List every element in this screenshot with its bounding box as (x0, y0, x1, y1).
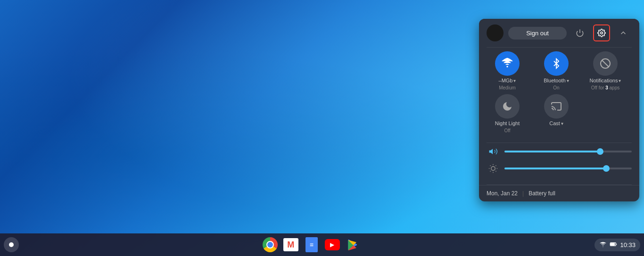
brightness-icon (487, 162, 500, 175)
sliders-area (479, 143, 639, 184)
docs-icon (305, 237, 318, 252)
wifi-chevron-icon: ▾ (513, 78, 516, 83)
svg-point-2 (506, 66, 508, 67)
taskbar-app-youtube[interactable] (323, 235, 342, 254)
tray-time: 10:33 (620, 241, 636, 248)
svg-line-11 (495, 171, 496, 171)
svg-line-14 (490, 171, 491, 171)
bluetooth-label-row: Bluetooth ▾ (544, 78, 569, 83)
taskbar-app-playstore[interactable] (344, 235, 363, 254)
svg-point-1 (601, 32, 603, 34)
night-light-sublabel: Off (504, 128, 510, 133)
avatar (487, 24, 504, 41)
notifications-tile[interactable]: Notifications ▾ Off for 3 apps (585, 51, 626, 90)
brightness-slider-row (487, 162, 632, 175)
wifi-tile[interactable]: –MGb ▾ Medium (487, 51, 528, 90)
brightness-fill (504, 168, 606, 169)
notifications-sublabel: Off for 3 apps (591, 85, 619, 90)
tiles-row-1: –MGb ▾ Medium Bluetooth ▾ (487, 51, 632, 90)
svg-line-10 (490, 166, 491, 166)
taskbar-left (0, 237, 28, 252)
panel-footer: Mon, Jan 22 | Battery full (479, 185, 639, 201)
svg-marker-6 (489, 149, 493, 154)
wifi-icon-wrap (495, 51, 520, 76)
taskbar-app-chrome[interactable] (261, 235, 280, 254)
bluetooth-tile[interactable]: Bluetooth ▾ On (536, 51, 577, 90)
chrome-icon (263, 237, 278, 252)
cast-icon-wrap (544, 94, 569, 119)
night-light-icon-wrap (495, 94, 520, 119)
volume-thumb[interactable] (597, 148, 603, 155)
notifications-icon-wrap (593, 51, 618, 76)
taskbar-center (28, 235, 594, 254)
svg-point-16 (603, 246, 603, 247)
cast-tile[interactable]: Cast ▾ (536, 94, 577, 133)
settings-button[interactable] (593, 24, 610, 41)
youtube-icon (325, 239, 340, 250)
tray-battery-icon (610, 240, 617, 249)
power-button[interactable] (571, 24, 588, 41)
desktop: Sign out (0, 0, 644, 256)
system-tray[interactable]: 10:33 (594, 239, 640, 251)
svg-rect-19 (611, 243, 615, 245)
launcher-dot (9, 242, 14, 247)
svg-point-7 (491, 167, 495, 170)
night-light-label: Night Light (495, 120, 520, 126)
brightness-thumb[interactable] (603, 165, 610, 172)
volume-slider-row (487, 145, 632, 158)
bluetooth-icon-wrap (544, 51, 569, 76)
volume-track[interactable] (504, 151, 632, 152)
volume-fill (504, 151, 600, 152)
wifi-sublabel: Medium (499, 85, 516, 90)
cast-chevron-icon: ▾ (561, 121, 563, 126)
sign-out-button[interactable]: Sign out (508, 27, 567, 40)
footer-separator: | (522, 190, 524, 197)
wifi-label-row: –MGb ▾ (499, 78, 516, 83)
tiles-area: –MGb ▾ Medium Bluetooth ▾ (479, 48, 639, 143)
tiles-row-2: Night Light Off Cast ▾ (487, 94, 632, 133)
volume-icon (487, 145, 500, 158)
taskbar-app-docs[interactable] (302, 235, 321, 254)
bluetooth-sublabel: On (553, 85, 559, 90)
notif-label-row: Notifications ▾ (590, 78, 621, 83)
playstore-icon (346, 237, 361, 252)
footer-date: Mon, Jan 22 (487, 190, 518, 197)
collapse-button[interactable] (615, 24, 632, 41)
launcher-button[interactable] (4, 237, 19, 252)
cast-label: Cast (549, 120, 560, 126)
quick-settings-panel: Sign out (479, 19, 639, 201)
svg-line-4 (602, 60, 609, 67)
notifications-label: Notifications (590, 78, 618, 83)
night-light-tile[interactable]: Night Light Off (487, 94, 528, 133)
taskbar-app-gmail[interactable] (281, 235, 300, 254)
bluetooth-chevron-icon: ▾ (567, 78, 569, 83)
panel-header: Sign out (479, 19, 639, 47)
footer-battery: Battery full (528, 190, 555, 197)
taskbar: 10:33 (0, 233, 644, 256)
notif-chevron-icon: ▾ (619, 78, 621, 83)
bluetooth-label: Bluetooth (544, 78, 565, 83)
brightness-track[interactable] (504, 168, 632, 169)
wifi-label: –MGb (499, 78, 513, 83)
svg-line-15 (495, 166, 496, 166)
tray-wifi-icon (599, 240, 607, 249)
gmail-icon (283, 238, 298, 251)
cast-label-row: Cast ▾ (549, 120, 563, 126)
taskbar-right: 10:33 (594, 239, 644, 251)
